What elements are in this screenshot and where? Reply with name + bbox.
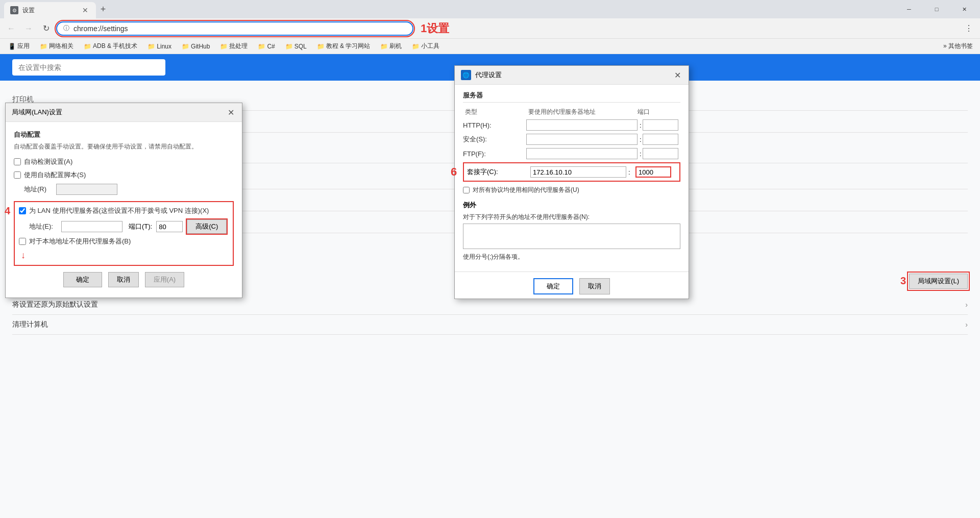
- auto-script-checkbox[interactable]: [14, 171, 21, 179]
- http-label: HTTP(H):: [463, 121, 524, 129]
- ftp-colon: :: [640, 150, 642, 158]
- tab-close-button[interactable]: ✕: [81, 6, 90, 15]
- advanced-button[interactable]: 高级(C): [187, 219, 227, 234]
- folder-icon-2: 📁: [84, 43, 91, 50]
- bookmark-network[interactable]: 📁 网络相关: [36, 41, 78, 52]
- socks-port-input[interactable]: [635, 166, 671, 178]
- secure-address-input[interactable]: [526, 134, 638, 145]
- lan-dialog-title-text: 局域网(LAN)设置: [12, 108, 62, 117]
- proxy-enable-checkbox[interactable]: [19, 207, 26, 214]
- auto-config-section-label: 自动配置: [14, 130, 234, 139]
- secure-colon: :: [640, 136, 642, 143]
- lan-dialog-title-bar: 局域网(LAN)设置 ✕: [6, 103, 242, 122]
- http-colon: :: [640, 121, 642, 129]
- proxy-dialog-close-button[interactable]: ✕: [672, 70, 682, 80]
- folder-icon-6: 📁: [258, 43, 265, 50]
- bookmark-flash[interactable]: 📁 刷机: [376, 41, 406, 52]
- annotation-4: 4: [5, 205, 10, 217]
- proxy-dialog-footer: 确定 取消: [455, 272, 689, 299]
- new-tab-button[interactable]: +: [96, 2, 110, 16]
- folder-icon-4: 📁: [182, 43, 189, 50]
- tab-bar: ⚙ 设置 ✕ +: [4, 0, 110, 18]
- proxy-enable-label: 为 LAN 使用代理服务器(这些设置不用于拨号或 VPN 连接)(X): [29, 206, 209, 215]
- proxy-table-header: 类型 要使用的代理服务器地址 端口: [463, 108, 680, 116]
- address-r-input[interactable]: [56, 184, 117, 195]
- close-button[interactable]: ✕: [952, 1, 976, 17]
- ftp-address-input[interactable]: [526, 148, 638, 159]
- bookmark-github-label: GitHub: [191, 43, 210, 50]
- lan-cancel-button[interactable]: 取消: [108, 272, 139, 287]
- proxy-dialog-title-bar: 🌐 代理设置 ✕: [455, 66, 689, 85]
- bookmark-tutorials[interactable]: 📁 教程 & 学习网站: [313, 41, 375, 52]
- reload-button[interactable]: ↻: [39, 21, 53, 36]
- proxy-dialog-icon: 🌐: [461, 70, 471, 80]
- bookmark-sql-label: SQL: [295, 43, 307, 50]
- tab-favicon: ⚙: [10, 6, 18, 14]
- proxy-socks-row: 套接字(C): :: [463, 162, 680, 182]
- address-e-input[interactable]: [61, 221, 122, 232]
- proxy-dialog-title-text: 代理设置: [475, 70, 672, 80]
- lan-dialog: 局域网(LAN)设置 ✕ 自动配置 自动配置会覆盖手动设置。要确保使用手动设置，…: [5, 103, 242, 298]
- proxy-ok-button[interactable]: 确定: [533, 278, 573, 294]
- down-arrow-annotation: ↓: [21, 250, 229, 261]
- bookmark-csharp-label: C#: [267, 43, 275, 50]
- auto-detect-row: 自动检测设置(A): [14, 157, 234, 166]
- bookmark-adb[interactable]: 📁 ADB & 手机技术: [80, 41, 141, 52]
- menu-button[interactable]: ⋮: [962, 21, 976, 36]
- restore-button[interactable]: □: [925, 1, 948, 17]
- http-port-input[interactable]: [643, 119, 678, 131]
- proxy-ftp-row: FTP(F): :: [463, 148, 680, 159]
- bookmark-linux[interactable]: 📁 Linux: [143, 42, 176, 51]
- bookmark-batch[interactable]: 📁 批处理: [216, 41, 252, 52]
- tab-title: 设置: [22, 6, 77, 15]
- bookmark-github[interactable]: 📁 GitHub: [178, 42, 214, 51]
- bookmark-sql[interactable]: 📁 SQL: [281, 42, 311, 51]
- forward-button[interactable]: →: [21, 21, 36, 36]
- bypass-label: 对于本地地址不使用代理服务器(B): [29, 237, 131, 246]
- dialogs-overlay: 局域网(LAN)设置 ✕ 自动配置 自动配置会覆盖手动设置。要确保使用手动设置，…: [0, 54, 980, 518]
- folder-icon-10: 📁: [412, 43, 420, 50]
- active-tab[interactable]: ⚙ 设置 ✕: [4, 2, 96, 18]
- bookmark-tutorials-label: 教程 & 学习网站: [326, 42, 371, 51]
- minimize-button[interactable]: ─: [897, 1, 921, 17]
- lan-dialog-body: 自动配置 自动配置会覆盖手动设置。要确保使用手动设置，请禁用自动配置。 自动检测…: [6, 122, 242, 298]
- same-proxy-label: 对所有协议均使用相同的代理服务器(U): [473, 186, 579, 194]
- exceptions-section: 例外 对于下列字符开头的地址不使用代理服务器(N): 使用分号(;)分隔各项。: [463, 201, 680, 261]
- auto-detect-checkbox[interactable]: [14, 158, 21, 165]
- secure-port-input[interactable]: [643, 134, 678, 145]
- http-address-input[interactable]: [526, 119, 638, 131]
- port-t-input[interactable]: [156, 221, 183, 232]
- exceptions-section-label: 例外: [463, 201, 680, 210]
- proxy-enable-row: 为 LAN 使用代理服务器(这些设置不用于拨号或 VPN 连接)(X): [19, 206, 229, 215]
- title-bar: ⚙ 设置 ✕ + ─ □ ✕: [0, 0, 980, 18]
- ftp-port-container: :: [640, 148, 680, 159]
- bookmarks-more[interactable]: » 其他书签: [940, 41, 976, 52]
- folder-icon-8: 📁: [317, 43, 325, 50]
- ftp-port-input[interactable]: [643, 148, 678, 159]
- proxy-server-wrapper: 4 为 LAN 使用代理服务器(这些设置不用于拨号或 VPN 连接)(X) 地址…: [14, 201, 234, 266]
- bookmark-flash-label: 刷机: [389, 42, 402, 51]
- lan-ok-button[interactable]: 确定: [63, 272, 102, 287]
- exceptions-hint: 使用分号(;)分隔各项。: [463, 253, 680, 261]
- proxy-cancel-button[interactable]: 取消: [579, 278, 610, 294]
- lan-apply-button[interactable]: 应用(A): [145, 272, 184, 287]
- folder-icon: 📁: [40, 43, 47, 50]
- back-button[interactable]: ←: [4, 21, 18, 36]
- bookmark-linux-label: Linux: [157, 43, 172, 50]
- main-content: 打印机 Google 云打印 无障碍功能 打开 Chrome 网上应用店 打开: [0, 54, 980, 518]
- bookmark-apps[interactable]: 📱 应用: [4, 41, 34, 52]
- proxy-dialog-body: 服务器 类型 要使用的代理服务器地址 端口 HTTP(H): :: [455, 85, 689, 267]
- bypass-checkbox[interactable]: [19, 238, 26, 245]
- address-r-label: 地址(R): [24, 185, 52, 194]
- address-bar[interactable]: ⓘ chrome://settings: [56, 21, 413, 36]
- auto-script-label: 使用自动配置脚本(S): [24, 170, 86, 180]
- bookmark-tools[interactable]: 📁 小工具: [408, 41, 444, 52]
- socks-address-input[interactable]: [530, 166, 626, 178]
- annotation-1: 1设置: [421, 21, 449, 36]
- ftp-label: FTP(F):: [463, 150, 524, 158]
- same-proxy-checkbox[interactable]: [463, 187, 470, 193]
- folder-icon-9: 📁: [380, 43, 388, 50]
- lan-dialog-close-button[interactable]: ✕: [226, 107, 236, 117]
- exceptions-input[interactable]: [463, 224, 680, 249]
- bookmark-csharp[interactable]: 📁 C#: [254, 42, 279, 51]
